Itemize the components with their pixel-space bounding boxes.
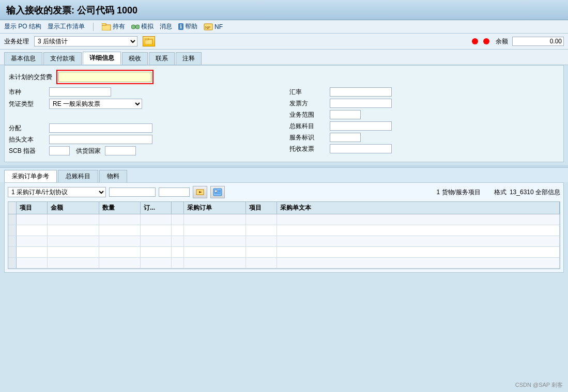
toolbar-message[interactable]: 消息 (160, 22, 172, 31)
collect-invoice-input[interactable] (330, 144, 392, 153)
supplier-country-input[interactable] (105, 146, 136, 155)
po-item-input[interactable] (159, 187, 190, 197)
cell-pot-3 (277, 236, 560, 246)
unplanned-freight-input[interactable] (58, 72, 151, 82)
cell-po-1 (184, 214, 246, 225)
service-id-input[interactable] (330, 133, 361, 142)
business-dropdown[interactable]: 3 后续借计 (34, 36, 137, 46)
toolbar-nf[interactable]: NF NF (204, 23, 223, 30)
tab-po-reference[interactable]: 采购订单参考 (4, 170, 57, 182)
table-row (8, 225, 560, 236)
row-selector-5 (8, 258, 17, 268)
tab-detail[interactable]: 详细信息 (83, 52, 121, 65)
cell-po-2 (184, 225, 246, 236)
cell-flag-3 (172, 236, 184, 246)
grid-format: 1 货物/服务项目 格式 13_6310 全部信息 (437, 188, 560, 197)
format-value: 13_6310 全部信息 (510, 188, 560, 197)
col-header-po-item: 项目 (246, 202, 277, 214)
tab-gl-account[interactable]: 总账科目 (58, 170, 98, 182)
invoice-party-label: 发票方 (289, 99, 326, 108)
cell-po-3 (184, 236, 246, 246)
po-type-select[interactable]: 1 采购订单/计划协议 (8, 187, 106, 197)
currency-row: 市种 (9, 87, 279, 97)
gl-account-input[interactable] (330, 121, 392, 131)
balance-value[interactable] (512, 37, 564, 46)
exchange-rate-row: 汇率 (289, 87, 560, 97)
po-search-input[interactable] (109, 187, 156, 197)
tab-basic-info[interactable]: 基本信息 (4, 52, 42, 65)
page-title: 输入接收的发票: 公司代码 1000 (6, 4, 562, 17)
cell-item-2 (17, 225, 48, 236)
show-po-label: 显示 PO 结构 (4, 22, 41, 31)
message-label: 消息 (160, 22, 172, 31)
cell-pot-1 (277, 214, 560, 225)
table-header: 项目 金额 数量 订... 采购订单 项目 采购单文本 (8, 202, 560, 214)
voucher-type-label: 凭证类型 (9, 100, 45, 108)
cell-pot-2 (277, 225, 560, 236)
cell-poi-1 (246, 214, 277, 225)
cell-item-1 (17, 214, 48, 225)
svg-rect-1 (102, 23, 106, 25)
nf-icon: NF (204, 23, 213, 30)
col-header-po: 采购订单 (184, 202, 246, 214)
scb-input[interactable] (49, 146, 70, 155)
cell-order-2 (141, 225, 172, 236)
cell-order-5 (141, 258, 172, 268)
tab-contact[interactable]: 联系 (149, 52, 175, 65)
business-label: 业务处理 (4, 37, 29, 46)
cell-item-4 (17, 247, 48, 257)
po-table: 项目 金额 数量 订... 采购订单 项目 采购单文本 (8, 201, 560, 269)
highlight-border (56, 70, 153, 84)
tab-tax[interactable]: 税收 (122, 52, 148, 65)
toolbar-simulate[interactable]: 模拟 (131, 22, 153, 31)
currency-input[interactable] (49, 87, 111, 97)
table-row (8, 247, 560, 258)
folder-icon (102, 23, 111, 30)
header-text-input[interactable] (49, 135, 152, 144)
tabs-section: 基本信息 支付款项 详细信息 税收 联系 注释 (0, 50, 568, 65)
svg-rect-11 (214, 190, 217, 192)
exchange-rate-input[interactable] (330, 87, 392, 97)
allocation-input[interactable] (49, 123, 152, 133)
cell-amount-5 (48, 258, 99, 268)
po-section: 1 采购订单/计划协议 1 货物/服务项目 格式 13_6310 全部信息 (4, 182, 564, 273)
cell-flag-2 (172, 225, 184, 236)
cell-poi-5 (246, 258, 277, 268)
toolbar-separator-1 (93, 23, 94, 31)
folder-button[interactable] (143, 36, 155, 46)
help-icon: ℹ (178, 23, 183, 30)
items-label: 1 货物/服务项目 (437, 188, 481, 197)
tab-material[interactable]: 物料 (99, 170, 127, 182)
tab-payment[interactable]: 支付款项 (43, 52, 82, 65)
cell-po-4 (184, 247, 246, 257)
invoice-party-input[interactable] (330, 99, 392, 108)
red-circle-1 (472, 38, 478, 44)
table-row (8, 214, 560, 225)
toolbar-show-worklist[interactable]: 显示工作清单 (48, 22, 85, 31)
cell-poi-4 (246, 247, 277, 257)
svg-text:NF: NF (205, 25, 211, 30)
business-scope-input[interactable] (330, 110, 361, 119)
tab-notes[interactable]: 注释 (176, 52, 202, 65)
currency-label: 市种 (9, 88, 45, 97)
voucher-type-select[interactable]: RE 一般采购发票 (49, 99, 142, 109)
po-detail-button[interactable] (210, 186, 225, 198)
invoice-party-row: 发票方 (289, 99, 560, 108)
cell-flag-1 (172, 214, 184, 225)
service-id-label: 服务标识 (289, 133, 326, 142)
business-scope-label: 业务范围 (289, 111, 326, 119)
po-search-button[interactable] (193, 186, 207, 198)
cell-poi-2 (246, 225, 277, 236)
toolbar-help[interactable]: ℹ 帮助 (178, 22, 197, 31)
cell-qty-3 (99, 236, 141, 246)
cell-amount-4 (48, 247, 99, 257)
business-section: 业务处理 3 后续借计 余额 (0, 34, 568, 50)
simulate-label: 模拟 (141, 22, 153, 31)
toolbar-hold[interactable]: 持有 (102, 22, 125, 31)
voucher-type-row: 凭证类型 RE 一般采购发票 (9, 99, 279, 109)
col-right: 汇率 发票方 业务范围 总账科目 服务标识 (289, 87, 560, 158)
watermark: CSDN @SAP 刺客 (515, 381, 563, 389)
search-arrow-icon (196, 189, 204, 196)
col-header-po-text: 采购单文本 (277, 202, 560, 214)
toolbar-show-po[interactable]: 显示 PO 结构 (4, 22, 41, 31)
